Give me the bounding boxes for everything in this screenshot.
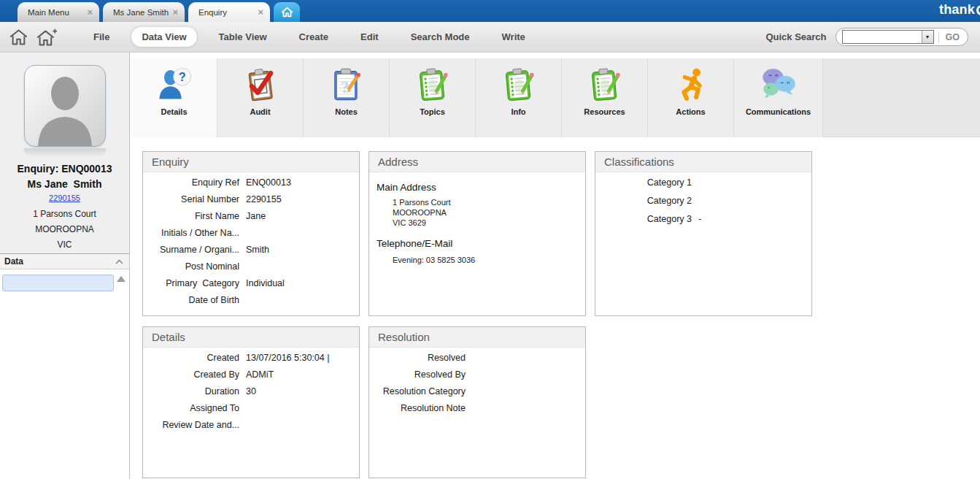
home-button[interactable] [7,26,29,48]
window-tab-enquiry[interactable]: Enquiry × [188,2,270,22]
field-label: Post Nominal [143,261,239,272]
data-section-header[interactable]: Data [0,253,129,269]
home-icon [9,28,28,46]
tab-notes[interactable]: ? Notes [304,58,390,137]
window-tab-label: Ms Jane Smith [113,8,169,17]
panel-resolution: Resolution Resolved Resolved By Resoluti… [369,326,586,478]
brand-text: thank [939,2,975,18]
address-text-line: Evening: 03 5825 3036 [393,255,585,265]
field-value: 2290155 [246,194,282,204]
serial-number-link[interactable]: 2290155 [49,193,80,202]
field-row: Assigned To [143,403,359,420]
svg-text:”: ” [786,80,790,88]
tab-label: Audit [250,107,270,116]
window-tabs: Main Menu × Ms Jane Smith × Enquiry × [18,2,300,22]
close-icon[interactable]: × [258,7,263,17]
field-label: Enquiry Ref [143,177,239,188]
field-row: Date of Birth [143,295,359,312]
panel-title: Details [143,327,359,348]
home-tab-button[interactable] [274,2,300,22]
tab-topics[interactable]: Topics [390,58,476,137]
tab-label: Actions [676,107,705,116]
tab-communications[interactable]: “ ” “ “ ” Communications [734,58,823,137]
speech-bubbles-icon: “ ” “ “ ” [760,58,798,104]
tab-resources[interactable]: Resources [562,58,648,137]
close-icon[interactable]: × [172,7,178,17]
data-field-input[interactable] [2,275,114,291]
field-label: Category 1 [595,177,692,188]
field-label: Review Date and... [143,420,239,430]
close-icon[interactable]: × [87,7,93,17]
tab-label: Topics [420,107,445,116]
running-man-icon [672,58,710,104]
field-value: Smith [246,245,269,255]
quick-search-combobox[interactable]: ▼ [842,30,934,44]
field-value: - [698,214,701,224]
address-text-line: 1 Parsons Court [393,197,585,207]
menu-item-table-view[interactable]: Table View [209,27,277,47]
field-label: Resolution Note [369,403,466,413]
chevron-up-icon[interactable] [115,259,123,264]
panel-body: Created13/07/2016 5:30:04 | Created ByAD… [143,348,359,437]
avatar [24,65,106,147]
panel-classifications: Classifications Category 1 Category 2 Ca… [595,151,812,316]
field-row: Resolution Note [369,403,585,420]
menu-item-search-mode[interactable]: Search Mode [401,27,480,47]
menu-bar: File Data View Table View Create Edit Se… [0,22,980,53]
field-label: Initials / Other Na... [143,228,239,238]
title-bar: Main Menu × Ms Jane Smith × Enquiry × th… [0,0,980,22]
dropdown-arrow-icon[interactable]: ▼ [922,31,933,43]
panel-title: Address [369,152,585,172]
menu-item-write[interactable]: Write [492,27,536,47]
tab-actions[interactable]: Actions [648,58,734,137]
panel-enquiry: Enquiry Enquiry RefENQ00013 Serial Numbe… [142,151,360,316]
menu-item-data-view[interactable]: Data View [131,27,196,47]
new-home-button[interactable] [35,26,57,48]
page-body: Enquiry: ENQ00013 Ms Jane Smith 2290155 … [0,53,980,479]
field-label: Assigned To [143,403,239,413]
clipboard-check-icon [242,58,279,104]
field-value: Jane [246,211,266,221]
data-section-label: Data [4,256,23,267]
field-label: First Name [143,211,239,221]
field-label: Resolved [369,353,466,363]
address-section-heading: Telephone/E-Mail [377,238,585,249]
field-label: Serial Number [143,194,239,204]
field-row: Created13/07/2016 5:30:04 | [143,353,359,369]
field-row: Post Nominal [143,261,359,278]
panel-address: Address Main Address 1 Parsons Court MOO… [369,151,586,316]
field-row: Resolved By [369,369,585,386]
brand-logo: thank [939,2,980,18]
tab-audit[interactable]: Audit [217,58,304,137]
window-tab-main-menu[interactable]: Main Menu × [18,2,99,22]
panel-body: Enquiry RefENQ00013 Serial Number2290155… [143,172,359,312]
tab-info[interactable]: Info [476,58,562,137]
menu-item-create[interactable]: Create [289,27,339,47]
quick-search: Quick Search ▼ GO [765,28,968,46]
field-value: Individual [246,278,285,288]
quick-search-input[interactable] [843,31,922,43]
data-section-body [0,269,129,479]
clipboard-list-green-icon [500,58,538,104]
tab-details[interactable]: ? Details [131,58,217,137]
scroll-up-icon[interactable] [117,276,126,282]
menu-items: File Data View Table View Create Edit Se… [77,27,541,47]
menu-item-file[interactable]: File [83,27,120,47]
address-line: 1 Parsons Court [0,209,129,219]
address-line: VIC [0,240,129,250]
svg-text:“: “ [767,85,770,92]
window-tab-jane-smith[interactable]: Ms Jane Smith × [103,2,185,22]
panel-title: Classifications [595,152,811,172]
tab-label: Details [161,107,187,116]
window-tab-label: Main Menu [28,8,69,17]
go-button[interactable]: GO [938,32,966,42]
field-label: Date of Birth [143,295,239,305]
panel-body: Category 1 Category 2 Category 3- [595,172,811,232]
menu-item-edit[interactable]: Edit [350,27,389,47]
field-label: Primary Category [143,278,239,288]
clipboard-list-green-icon [586,58,624,104]
brand-q-icon [976,5,980,15]
panel-title: Resolution [369,327,585,348]
field-row: Category 2 [595,196,811,214]
field-row: Resolved [369,353,585,369]
